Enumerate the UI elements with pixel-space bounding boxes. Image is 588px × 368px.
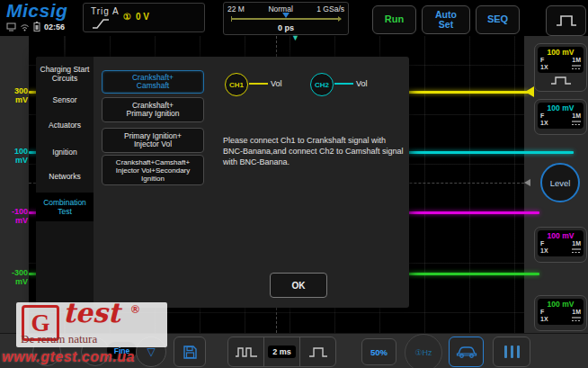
ch2-probe: 1X bbox=[540, 120, 548, 127]
watermark-logo-word: test bbox=[63, 297, 120, 328]
level-button[interactable]: Level bbox=[540, 163, 580, 202]
wifi-icon bbox=[20, 22, 30, 31]
ch4-impedance: 1M bbox=[572, 309, 581, 316]
dc-coupling-icon bbox=[572, 317, 581, 322]
car-icon bbox=[456, 346, 477, 358]
sample-rate: 1 GSa/s bbox=[316, 4, 344, 13]
rising-edge-icon bbox=[92, 17, 110, 30]
ch3-coupling: F bbox=[540, 240, 544, 247]
ch1-panel[interactable]: 100 mV F 1M 1X bbox=[534, 43, 587, 92]
timebase-decrease-button[interactable] bbox=[228, 337, 263, 366]
trigger-delay: 0 ps bbox=[224, 23, 348, 32]
pulse-icon bbox=[308, 346, 328, 358]
brand-logo: Micsig bbox=[6, 0, 67, 22]
main-area: ▼ 300 mV 100 mV -100 mV -300 mV 100 mV F… bbox=[0, 36, 588, 333]
ch1-position-marker-icon[interactable] bbox=[525, 86, 534, 97]
menu-item-networks[interactable]: Networks bbox=[36, 172, 94, 181]
ch1-connector-line bbox=[249, 83, 268, 85]
option-primary-ignition-injector-vol[interactable]: Primary Ignition+ Injector Vol bbox=[102, 128, 204, 153]
ch3-scale: 100 mV bbox=[540, 231, 581, 240]
menu-item-ignition[interactable]: Ignition bbox=[36, 148, 94, 157]
ch2-info-box: 100 mV F 1M 1X bbox=[538, 103, 584, 129]
battery-icon bbox=[33, 22, 40, 31]
status-row: 02:56 bbox=[6, 22, 65, 31]
frequency-meter-button[interactable]: ①Hz bbox=[405, 334, 442, 368]
combination-test-dialog: Charging Start Circuits Sensor Actuators… bbox=[36, 57, 409, 308]
ch1-scale: 100 mV bbox=[540, 48, 581, 57]
clock: 02:56 bbox=[44, 22, 65, 31]
dialog-menu: Charging Start Circuits Sensor Actuators… bbox=[36, 57, 94, 308]
triangle-down-icon: ▽ bbox=[147, 346, 155, 358]
ch2-connector-line bbox=[334, 83, 353, 85]
ch4-panel[interactable]: 100 mV F 1M 1X bbox=[534, 295, 587, 331]
ch3-probe: 1X bbox=[540, 247, 548, 255]
ch4-offset-label: -300 mV bbox=[1, 268, 28, 286]
ch1-coupling: F bbox=[540, 57, 544, 64]
floppy-icon bbox=[183, 345, 198, 360]
seq-button[interactable]: SEQ bbox=[476, 5, 520, 34]
menu-item-charging-start-circuits[interactable]: Charging Start Circuits bbox=[36, 65, 94, 83]
acquisition-panel[interactable]: 22 M Normal 1 GSa/s 0 ps bbox=[223, 2, 349, 35]
memory-depth: 22 M bbox=[227, 4, 245, 13]
ch1-impedance: 1M bbox=[572, 57, 581, 64]
option-crankshaft-primary-ignition[interactable]: Crankshaft+ Primary Ignition bbox=[102, 97, 204, 122]
save-button[interactable] bbox=[174, 337, 206, 367]
pulse-icon bbox=[550, 76, 572, 85]
automotive-mode-button[interactable] bbox=[449, 337, 484, 367]
trigger-label: Trig A bbox=[91, 6, 120, 16]
dc-coupling-icon bbox=[572, 248, 581, 254]
ch4-info-box: 100 mV F 1M 1X bbox=[538, 299, 584, 325]
watermark-tagline: De rerum natura bbox=[21, 332, 97, 346]
wave-type-button[interactable] bbox=[546, 5, 586, 36]
registered-mark: ® bbox=[131, 303, 139, 316]
pause-bars-icon bbox=[504, 346, 507, 358]
ch1-badge: CH1 bbox=[225, 73, 248, 96]
monitor-icon bbox=[6, 22, 16, 31]
pulse-icon bbox=[555, 14, 578, 27]
timebase-increase-button[interactable] bbox=[300, 337, 335, 366]
trigger-status-panel[interactable]: Trig A ① 0 V bbox=[83, 3, 205, 32]
ch2-panel[interactable]: 100 mV F 1M 1X bbox=[534, 99, 587, 135]
ch3-info-box: 100 mV F 1M 1X bbox=[538, 230, 584, 256]
option-crankshaft-camshaft[interactable]: Crankshaft+ Camshaft bbox=[102, 70, 204, 94]
pulse-train-icon bbox=[235, 346, 258, 358]
ch2-signal-label: Vol bbox=[356, 79, 368, 88]
trigger-position-marker-icon[interactable]: ▼ bbox=[291, 33, 299, 42]
top-bar: Micsig 02:56 Trig A ① 0 bbox=[0, 0, 588, 36]
watermark-url: www.gtest.com.ua bbox=[2, 349, 135, 365]
ch1-signal-label: Vol bbox=[271, 79, 282, 88]
timebase-group: 2 ms bbox=[227, 337, 336, 367]
axis-arrow-icon bbox=[524, 179, 530, 186]
ch2-scale: 100 mV bbox=[540, 103, 581, 112]
menu-item-combination-test[interactable]: Combination Test bbox=[36, 193, 94, 221]
oscilloscope-screen: Micsig 02:56 Trig A ① 0 bbox=[0, 0, 588, 368]
ch3-panel[interactable]: 100 mV F 1M 1X bbox=[534, 227, 587, 263]
dc-coupling-icon bbox=[572, 65, 581, 70]
ok-button[interactable]: OK bbox=[270, 273, 327, 298]
option-crank-cam-injector-secondary[interactable]: Crankshaft+Camshaft+ Injector Vol+Second… bbox=[102, 155, 204, 185]
autoset-button[interactable]: Auto Set bbox=[422, 5, 470, 34]
slider-marker-icon[interactable] bbox=[282, 13, 290, 18]
ch1-offset-label: 300 mV bbox=[1, 86, 28, 104]
pause-bars-icon bbox=[517, 346, 520, 358]
ch2-impedance: 1M bbox=[572, 112, 581, 120]
trigger-50-percent-button[interactable]: 50% bbox=[361, 338, 396, 365]
menu-item-actuators[interactable]: Actuators bbox=[36, 121, 94, 130]
dc-coupling-icon bbox=[572, 121, 581, 126]
ch1-info-box: 100 mV F 1M 1X bbox=[538, 47, 584, 73]
ch2-badge: CH2 bbox=[310, 73, 334, 96]
ch2-coupling: F bbox=[540, 112, 544, 120]
ch1-probe: 1X bbox=[540, 64, 548, 71]
menu-collapse-button[interactable] bbox=[493, 337, 530, 367]
ch3-offset-label: -100 mV bbox=[1, 207, 28, 225]
ch4-scale: 100 mV bbox=[540, 300, 581, 309]
ch4-probe: 1X bbox=[540, 316, 548, 323]
ch4-coupling: F bbox=[540, 309, 544, 316]
trigger-level-value: 0 V bbox=[136, 12, 149, 22]
run-button[interactable]: Run bbox=[372, 5, 416, 34]
pause-bars-icon bbox=[511, 346, 513, 358]
menu-item-sensor[interactable]: Sensor bbox=[36, 95, 94, 104]
horizontal-position-slider[interactable] bbox=[231, 18, 341, 20]
timebase-display[interactable]: 2 ms bbox=[264, 337, 299, 366]
trigger-source: ① bbox=[123, 12, 131, 22]
